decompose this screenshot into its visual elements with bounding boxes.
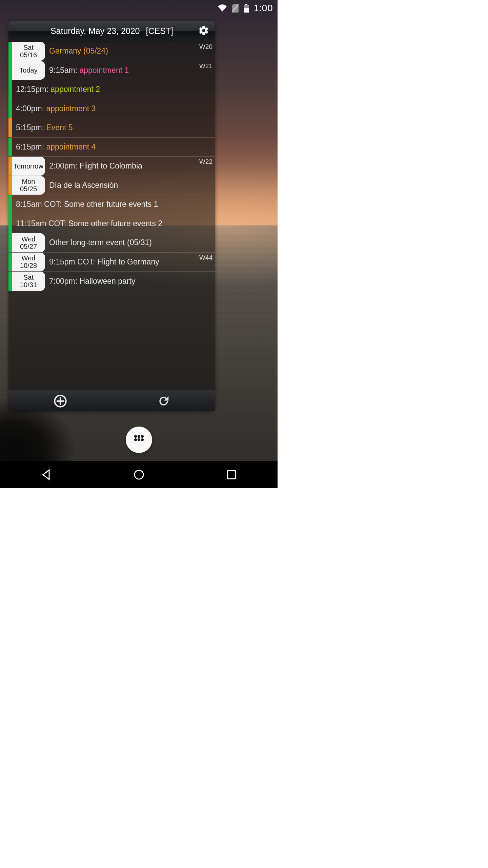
event-row[interactable]: Wed05/27Other long-term event (05/31) (8, 233, 215, 253)
week-number: W20 (199, 43, 212, 51)
widget-footer (8, 390, 215, 411)
event-row[interactable]: 5:15pm: Event 5 (8, 118, 215, 138)
date-cell: Today (12, 61, 45, 80)
event-row[interactable]: Today9:15am: appointment 1W21 (8, 61, 215, 80)
date-line-1: Wed (20, 235, 37, 243)
event-list[interactable]: Sat05/16Germany (05/24)W20Today9:15am: a… (8, 42, 215, 390)
event-text: 11:15am COT: Some other future events 2 (12, 219, 215, 228)
event-text: 12:15pm: appointment 2 (12, 85, 215, 94)
status-clock: 1:00 (254, 3, 273, 14)
calendar-color-stripe (8, 118, 12, 137)
recents-icon (225, 469, 238, 481)
event-text: Germany (05/24) (45, 46, 215, 56)
event-title: Flight to Germany (97, 257, 159, 266)
svg-point-7 (134, 435, 137, 438)
event-text: 8:15am COT: Some other future events 1 (12, 200, 215, 209)
event-title: Flight to Colombia (80, 161, 142, 170)
date-cell: Sat10/31 (12, 272, 45, 291)
event-row[interactable]: 12:15pm: appointment 2 (8, 80, 215, 99)
date-cell: Sat05/16 (12, 42, 45, 61)
event-row[interactable]: Mon05/25Día de la Ascensión (8, 176, 215, 195)
event-text: 7:00pm: Halloween party (45, 277, 215, 286)
battery-percent: 58 (243, 8, 250, 11)
refresh-button[interactable] (112, 391, 215, 411)
gear-icon (198, 25, 209, 36)
back-icon (40, 468, 53, 481)
no-sim-icon (231, 4, 239, 13)
system-navigation-bar (0, 461, 278, 488)
date-line-1: Sat (20, 44, 37, 51)
event-time: 11:15am COT: (16, 219, 68, 228)
week-number: W44 (199, 254, 212, 261)
event-time: 9:15am: (49, 66, 80, 75)
event-title: Halloween party (80, 277, 136, 285)
date-line-2: 05/25 (20, 185, 37, 193)
event-row[interactable]: Sat05/16Germany (05/24)W20 (8, 42, 215, 61)
app-drawer-button[interactable] (126, 427, 152, 453)
event-time: 9:15pm COT: (49, 257, 97, 266)
home-button[interactable] (119, 465, 159, 484)
event-text: 6:15pm: appointment 4 (12, 142, 215, 152)
event-text: Día de la Ascensión (45, 181, 215, 190)
event-time: 8:15am COT: (16, 200, 64, 209)
date-line-2: 10/31 (20, 281, 37, 289)
battery-icon: 58 (243, 4, 250, 13)
event-title: Event 5 (46, 123, 73, 132)
date-cell: Tomorrow (12, 157, 45, 176)
event-time: 12:15pm: (16, 85, 50, 94)
event-title: appointment 3 (46, 104, 96, 113)
widget-header[interactable]: Saturday, May 23, 2020 [CEST] (8, 21, 215, 42)
event-row[interactable]: 8:15am COT: Some other future events 1 (8, 195, 215, 214)
event-time: 4:00pm: (16, 104, 46, 113)
event-row[interactable]: 6:15pm: appointment 4 (8, 138, 215, 157)
recents-button[interactable] (211, 465, 252, 484)
date-line-2: 05/27 (20, 243, 37, 250)
svg-point-10 (134, 438, 137, 441)
settings-button[interactable] (198, 25, 209, 37)
date-line-1: Sat (20, 274, 37, 281)
add-event-button[interactable] (8, 391, 112, 411)
date-line-1: Today (19, 66, 37, 74)
calendar-color-stripe (8, 214, 12, 233)
svg-point-8 (137, 435, 140, 438)
wifi-icon (217, 4, 227, 12)
date-cell: Wed10/28 (12, 253, 45, 272)
calendar-color-stripe (8, 195, 12, 214)
event-text: Other long-term event (05/31) (45, 238, 215, 247)
calendar-color-stripe (8, 138, 12, 157)
plus-circle-icon (54, 394, 67, 408)
event-title: Some other future events 2 (68, 219, 162, 228)
back-button[interactable] (26, 465, 67, 484)
event-title: Germany (05/24) (49, 46, 108, 55)
app-drawer-icon (132, 433, 146, 447)
event-title: appointment 4 (46, 142, 96, 151)
date-line-1: Tomorrow (14, 162, 43, 170)
svg-rect-1 (245, 4, 247, 5)
event-title: Some other future events 1 (64, 200, 158, 209)
event-row[interactable]: Wed10/289:15pm COT: Flight to GermanyW44 (8, 253, 215, 272)
svg-point-12 (141, 438, 143, 441)
event-text: 4:00pm: appointment 3 (12, 104, 215, 113)
home-icon (132, 468, 146, 481)
calendar-color-stripe (8, 176, 12, 195)
event-row[interactable]: Sat10/317:00pm: Halloween party (8, 272, 215, 291)
event-title: Día de la Ascensión (49, 181, 118, 190)
event-time: 7:00pm: (49, 277, 80, 285)
event-text: 5:15pm: Event 5 (12, 123, 215, 132)
week-number: W21 (199, 62, 212, 70)
event-time: 6:15pm: (16, 142, 46, 151)
calendar-color-stripe (8, 272, 12, 291)
calendar-color-stripe (8, 253, 12, 272)
date-line-2: 10/28 (20, 262, 37, 269)
event-row[interactable]: 4:00pm: appointment 3 (8, 99, 215, 119)
event-text: 2:00pm: Flight to Colombia (45, 161, 215, 171)
event-title: Other long-term event (05/31) (49, 238, 152, 247)
calendar-color-stripe (8, 80, 12, 99)
calendar-widget[interactable]: Saturday, May 23, 2020 [CEST] Sat05/16Ge… (8, 21, 215, 411)
svg-point-9 (141, 435, 143, 438)
date-line-1: Wed (20, 254, 37, 262)
event-row[interactable]: 11:15am COT: Some other future events 2 (8, 214, 215, 234)
date-cell: Wed05/27 (12, 233, 45, 252)
svg-point-13 (135, 470, 143, 479)
event-row[interactable]: Tomorrow2:00pm: Flight to ColombiaW22 (8, 157, 215, 176)
